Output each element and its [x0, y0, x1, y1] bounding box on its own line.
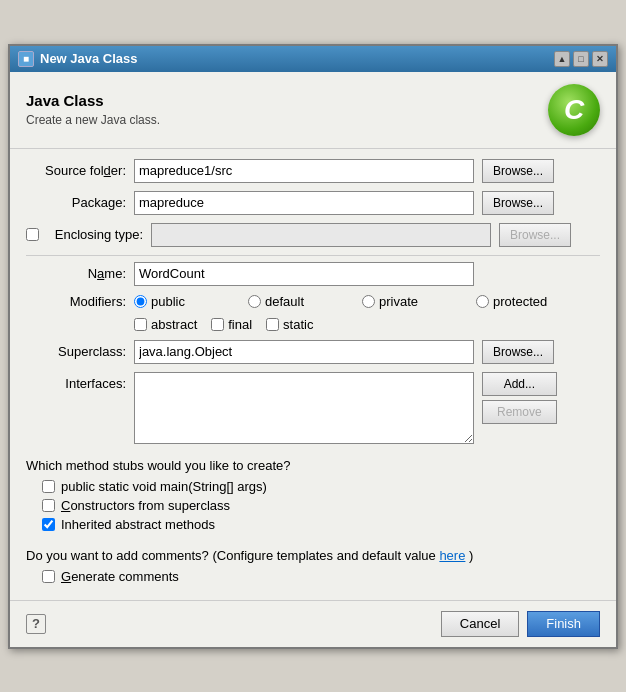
finish-button[interactable]: Finish: [527, 611, 600, 637]
static-option[interactable]: static: [266, 317, 313, 332]
dialog-title: New Java Class: [40, 51, 138, 66]
superclass-row: Superclass: Browse...: [26, 340, 600, 364]
package-input[interactable]: [134, 191, 474, 215]
abstract-option[interactable]: abstract: [134, 317, 197, 332]
modifier-checks-row: abstract final static: [26, 317, 600, 332]
name-label: Name:: [26, 266, 126, 281]
minimize-button[interactable]: ▲: [554, 51, 570, 67]
interfaces-label: Interfaces:: [26, 372, 126, 444]
enclosing-type-input[interactable]: [151, 223, 491, 247]
modifier-protected-label: protected: [493, 294, 547, 309]
modifier-default-radio[interactable]: [248, 295, 261, 308]
stub-main-option: public static void main(String[] args): [26, 479, 600, 494]
name-row: Name:: [26, 262, 600, 286]
superclass-label: Superclass:: [26, 344, 126, 359]
modifier-default-option[interactable]: default: [248, 294, 348, 309]
enclosing-type-browse-button[interactable]: Browse...: [499, 223, 571, 247]
new-java-class-dialog: ■ New Java Class ▲ □ ✕ Java Class Create…: [8, 44, 618, 649]
package-row: Package: Browse...: [26, 191, 600, 215]
stub-constructors-label: Constructors from superclass: [61, 498, 230, 513]
dialog-icon: ■: [18, 51, 34, 67]
abstract-label: abstract: [151, 317, 197, 332]
enclosing-type-label: Enclosing type:: [43, 227, 143, 242]
static-checkbox[interactable]: [266, 318, 279, 331]
interfaces-buttons: Add... Remove: [482, 372, 557, 444]
interfaces-section: Interfaces: Add... Remove: [26, 372, 600, 444]
modifiers-radio-group: public default private protected: [134, 294, 576, 309]
final-label: final: [228, 317, 252, 332]
footer: ? Cancel Finish: [10, 600, 616, 647]
name-input[interactable]: [134, 262, 474, 286]
package-label: Package:: [26, 195, 126, 210]
header-title: Java Class: [26, 92, 160, 109]
interfaces-box[interactable]: [134, 372, 474, 444]
package-browse-button[interactable]: Browse...: [482, 191, 554, 215]
modifier-private-radio[interactable]: [362, 295, 375, 308]
interfaces-add-button[interactable]: Add...: [482, 372, 557, 396]
stub-inherited-option: Inherited abstract methods: [26, 517, 600, 532]
modifier-default-label: default: [265, 294, 304, 309]
generate-comments-option: Generate comments: [26, 569, 600, 584]
footer-left: ?: [26, 614, 433, 634]
modifier-private-option[interactable]: private: [362, 294, 462, 309]
source-folder-label: Source folder:: [26, 163, 126, 178]
source-folder-browse-button[interactable]: Browse...: [482, 159, 554, 183]
close-button[interactable]: ✕: [592, 51, 608, 67]
modifiers-row: Modifiers: public default private protec…: [26, 294, 600, 309]
superclass-browse-button[interactable]: Browse...: [482, 340, 554, 364]
modifier-protected-radio[interactable]: [476, 295, 489, 308]
title-buttons: ▲ □ ✕: [554, 51, 608, 67]
final-option[interactable]: final: [211, 317, 252, 332]
help-button[interactable]: ?: [26, 614, 46, 634]
header-text: Java Class Create a new Java class.: [26, 92, 160, 127]
title-bar-left: ■ New Java Class: [18, 51, 138, 67]
stub-inherited-label: Inherited abstract methods: [61, 517, 215, 532]
interfaces-remove-button[interactable]: Remove: [482, 400, 557, 424]
generate-comments-label: Generate comments: [61, 569, 179, 584]
comments-section: Do you want to add comments? (Configure …: [26, 542, 600, 590]
source-folder-input[interactable]: [134, 159, 474, 183]
final-checkbox[interactable]: [211, 318, 224, 331]
comments-link[interactable]: here: [439, 548, 465, 563]
stub-inherited-checkbox[interactable]: [42, 518, 55, 531]
stubs-section: Which method stubs would you like to cre…: [26, 452, 600, 542]
modifier-private-label: private: [379, 294, 418, 309]
divider-1: [26, 255, 600, 256]
cancel-button[interactable]: Cancel: [441, 611, 519, 637]
stub-main-label: public static void main(String[] args): [61, 479, 267, 494]
modifier-public-radio[interactable]: [134, 295, 147, 308]
generate-comments-checkbox[interactable]: [42, 570, 55, 583]
superclass-input[interactable]: [134, 340, 474, 364]
modifiers-label: Modifiers:: [26, 294, 126, 309]
stubs-title: Which method stubs would you like to cre…: [26, 458, 600, 473]
stub-main-checkbox[interactable]: [42, 480, 55, 493]
maximize-button[interactable]: □: [573, 51, 589, 67]
form-content: Source folder: Browse... Package: Browse…: [10, 149, 616, 600]
modifier-protected-option[interactable]: protected: [476, 294, 576, 309]
stub-constructors-option: Constructors from superclass: [26, 498, 600, 513]
title-bar: ■ New Java Class ▲ □ ✕: [10, 46, 616, 72]
source-folder-row: Source folder: Browse...: [26, 159, 600, 183]
enclosing-type-checkbox[interactable]: [26, 228, 39, 241]
java-logo-icon: C: [548, 84, 600, 136]
modifier-public-option[interactable]: public: [134, 294, 234, 309]
header-subtitle: Create a new Java class.: [26, 113, 160, 127]
enclosing-type-row: Enclosing type: Browse...: [26, 223, 600, 247]
modifier-public-label: public: [151, 294, 185, 309]
comments-text: Do you want to add comments? (Configure …: [26, 548, 600, 563]
header-section: Java Class Create a new Java class. C: [10, 72, 616, 149]
stub-constructors-checkbox[interactable]: [42, 499, 55, 512]
abstract-checkbox[interactable]: [134, 318, 147, 331]
static-label: static: [283, 317, 313, 332]
